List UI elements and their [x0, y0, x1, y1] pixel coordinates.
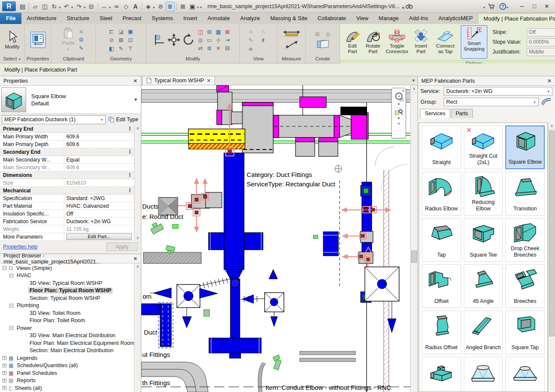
delete-icon[interactable]: ✕ [215, 45, 223, 52]
property-row[interactable]: Insulation Specific...Off [0, 210, 134, 218]
tree-item[interactable]: 3D View: Typical Room WSHP [0, 279, 134, 287]
navigation-bar[interactable]: ⊗ 2D ▼ ▼ ⊖ [391, 88, 406, 138]
tree-item[interactable]: Section: Typical Room WSHP [0, 294, 134, 302]
undo-icon[interactable]: ↶ [62, 2, 71, 11]
panel-label-select[interactable]: Select ▼ [0, 56, 24, 63]
open-icon[interactable]: ▱ [31, 2, 40, 11]
part-cell-square-elbow[interactable]: Square Elbow [505, 126, 545, 169]
join-cut-icon[interactable]: ◪ [117, 28, 125, 35]
join-icon[interactable]: ⊡ [126, 36, 134, 44]
pin-icon[interactable]: ⊹ [215, 36, 223, 44]
panel-label-properties[interactable]: Properties [25, 56, 51, 63]
switch-windows-caret-icon[interactable]: ▼ [197, 6, 200, 9]
measure-icon[interactable]: ↔ [100, 2, 109, 11]
infocenter-caret-icon[interactable]: ▼ [483, 6, 486, 9]
slope-select[interactable]: Off▼ [527, 28, 555, 36]
insert-part-button[interactable]: Insert Part [412, 28, 430, 56]
scroll-up-icon[interactable]: ∧ [411, 85, 418, 93]
tree-item-views[interactable]: −⊡Views (Simple) [0, 264, 134, 272]
parts-scroll-thumb[interactable] [549, 131, 555, 336]
split-icon[interactable]: ≣ [206, 45, 214, 52]
copy-element-icon[interactable]: ⊞ [206, 28, 214, 36]
blue-duct-elbow[interactable] [141, 302, 173, 348]
part-cell-partial-1[interactable] [422, 357, 461, 392]
properties-close-icon[interactable]: ✕ [133, 78, 137, 84]
cross-fitting[interactable] [158, 197, 178, 215]
brush-icon[interactable]: ✎ [247, 36, 255, 44]
match-properties-icon[interactable]: ✎ [77, 45, 85, 52]
steering-wheel-icon[interactable] [395, 93, 403, 100]
property-grid-scrollbar[interactable]: ∧∨ [134, 125, 141, 241]
tree-item[interactable]: Floor Plan: Main Electrical Equipment Ro… [0, 339, 134, 347]
part-cell-partial-3[interactable] [505, 357, 545, 392]
service-select[interactable]: Ductwork: +2in WG▼ [444, 87, 552, 96]
hidden-lines-icon[interactable]: ⇟ [259, 36, 267, 44]
part-cell-offset[interactable]: Offset [422, 264, 461, 308]
mirror-icon[interactable]: ◫ [197, 28, 205, 36]
customize-qat-caret-icon[interactable]: ▼ [200, 6, 203, 9]
match-icon[interactable]: ⊟ [224, 45, 232, 52]
part-cell-transition[interactable]: Transition [505, 172, 545, 215]
part-cell-radius-elbow[interactable]: Radius Elbow [422, 172, 461, 215]
save-icon[interactable]: ◫ [40, 2, 49, 11]
file-properties-icon[interactable]: ▤ [18, 2, 27, 11]
property-row[interactable]: Weight11.735 kg [0, 225, 134, 233]
redo-icon[interactable]: ↷ [75, 2, 84, 11]
align-icon[interactable] [155, 34, 166, 45]
measure-tool-icon[interactable] [283, 29, 300, 39]
help-icon[interactable]: ? [499, 3, 506, 10]
tab-systems[interactable]: Systems [146, 13, 178, 24]
wheel-caret-icon[interactable]: ▼ [397, 102, 400, 106]
tab-file[interactable]: File [0, 13, 21, 24]
tab-view[interactable]: View [351, 13, 373, 24]
tree-item-plumbing[interactable]: −Plumbing [0, 302, 134, 310]
rotate-icon[interactable] [182, 33, 195, 46]
paste-button[interactable]: Paste▼ [61, 26, 75, 54]
view-tab-close-icon[interactable]: ✕ [207, 78, 211, 84]
part-cell-45-angle[interactable]: 45 Angle [464, 264, 503, 308]
split-element-icon[interactable]: ⊘ [107, 36, 116, 44]
render-icon[interactable]: ⌂ [259, 28, 267, 35]
scroll-thumb[interactable] [411, 251, 417, 263]
property-row[interactable]: SpecificationStandard: +2WG [0, 195, 134, 202]
property-group[interactable]: Secondary End∧∧ [0, 148, 134, 156]
offset-icon[interactable]: ◎ [197, 36, 205, 44]
part-cell-radius-offset[interactable]: Radius Offset [422, 311, 461, 354]
lightbulb-icon[interactable]: ○ [247, 28, 255, 35]
close-hidden-windows-icon[interactable]: ⊠ [179, 2, 188, 11]
tab-structure[interactable]: Structure [62, 13, 95, 24]
measure-diagonal-icon[interactable] [285, 40, 298, 51]
3d-caret-icon[interactable]: ▼ [152, 6, 155, 9]
undo-caret-icon[interactable]: ▼ [71, 6, 74, 9]
tree-item-sheets[interactable]: +▯Sheets (all) [0, 384, 134, 392]
array-icon[interactable]: ▦ [215, 28, 223, 36]
part-cell-breeches[interactable]: Breeches [505, 264, 545, 308]
tab-parts[interactable]: Parts [451, 109, 473, 118]
property-row[interactable]: Main Secondary W...609.6 [0, 164, 134, 171]
gray-pipe-elbow[interactable] [141, 362, 208, 392]
tree-item[interactable]: 3D View: Toilet Room [0, 309, 134, 317]
create-similar-icon[interactable]: ◎ [324, 30, 332, 38]
canvas-vertical-scrollbar[interactable]: ∧ [410, 85, 418, 392]
gray-hatched-duct[interactable] [143, 252, 201, 263]
unpin-icon[interactable]: ⊠ [224, 28, 232, 36]
search-binoculars-icon[interactable] [405, 2, 414, 11]
view-tab-typical-room-wshp[interactable]: Typical Room WSHP ✕ [142, 76, 215, 85]
navbar-close-icon[interactable]: ⊗ [402, 89, 405, 92]
property-group[interactable]: Dimensions∧∧ [0, 171, 134, 179]
tab-manage[interactable]: Manage [373, 13, 404, 24]
modify-tool-button[interactable]: Modify [4, 29, 21, 51]
vav-box-2[interactable] [265, 293, 284, 312]
property-row[interactable]: Fabrication ServiceDuctwork: +2in WG [0, 218, 134, 225]
tab-insert[interactable]: Insert [178, 13, 203, 24]
switch-windows-icon[interactable]: ▣ [188, 2, 197, 11]
property-group[interactable]: Mechanical∧∧ [0, 187, 134, 195]
rotate-part-button[interactable]: Rotate Part [364, 28, 382, 56]
tag-icon[interactable]: ◇ [122, 2, 131, 11]
vav-box-1[interactable] [177, 284, 200, 308]
text-icon[interactable]: A [131, 2, 140, 11]
maximize-button[interactable]: □ [528, 1, 540, 12]
tree-item-selected[interactable]: Floor Plan: Typical Room WSHP [0, 287, 134, 295]
create-group-icon[interactable]: ⊞ [313, 30, 322, 38]
section-icon[interactable]: ⊘ [156, 2, 165, 11]
